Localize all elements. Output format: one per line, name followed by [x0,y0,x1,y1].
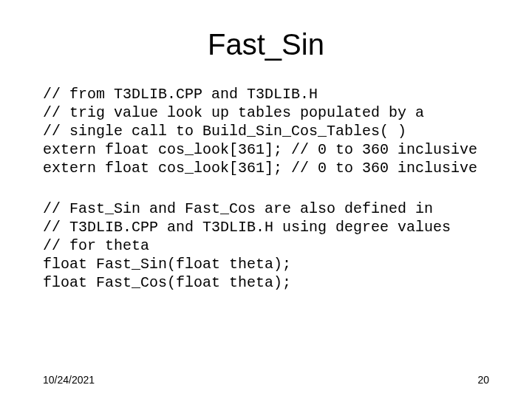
code-block-2: // Fast_Sin and Fast_Cos are also define… [0,200,532,292]
footer: 10/24/2021 20 [0,374,532,386]
slide-title: Fast_Sin [0,0,532,75]
footer-page-number: 20 [477,374,489,386]
footer-date: 10/24/2021 [43,374,95,386]
slide: Fast_Sin // from T3DLIB.CPP and T3DLIB.H… [0,0,532,399]
code-block-1: // from T3DLIB.CPP and T3DLIB.H // trig … [0,85,532,177]
